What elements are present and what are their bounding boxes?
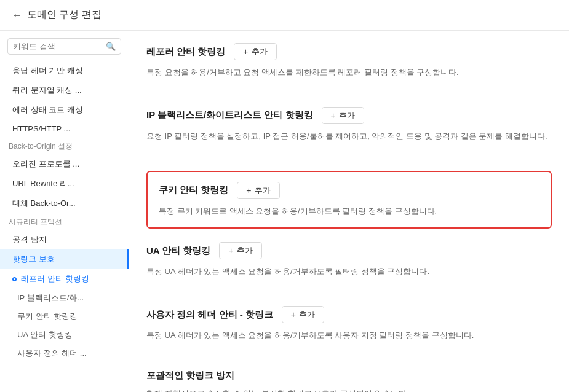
active-dot (12, 277, 17, 281)
back-button[interactable]: ← (12, 10, 22, 21)
sidebar-group-security: 시큐리티 프텍션 (0, 213, 129, 230)
search-icon: 🔍 (106, 42, 116, 51)
sidebar-group-back-to-origin: Back-to-Origin 설정 (0, 138, 129, 154)
search-box[interactable]: 🔍 (7, 38, 121, 55)
section-header-cookie: 쿠키 안티 핫링킹 + 추가 (159, 182, 539, 199)
sidebar: 🔍 응답 헤더 기반 캐싱 쿼리 문자열 캐싱 ... 에러 상태 코드 캐싱 … (0, 31, 129, 392)
section-referer-anti-hotlinking: 레포러 안티 핫링킹 + 추가 특정 요청을 허용/거부하고 요청 액세스를 제… (146, 43, 552, 93)
main-content: 레포러 안티 핫링킹 + 추가 특정 요청을 허용/거부하고 요청 액세스를 제… (129, 31, 569, 392)
section-desc-ip: 요청 IP 필터링 정책을 설정하고, IP 접근 허용/불허를 제어하고, 악… (146, 130, 552, 143)
plus-icon-ua: + (228, 246, 233, 256)
add-ip-label: 추가 (339, 110, 355, 121)
section-title-ip: IP 블랙리스트/화이트리스트 안티 핫링킹 (146, 109, 313, 121)
section-title-ua: UA 안티 핫링킹 (146, 245, 210, 257)
add-ua-button[interactable]: + 추가 (219, 242, 261, 259)
sidebar-item-error-status-cache[interactable]: 에러 상태 코드 캐싱 (0, 100, 129, 120)
sidebar-item-https-http[interactable]: HTTPS/HTTP ... (0, 120, 129, 138)
sidebar-item-origin-protocol[interactable]: 오리진 프로토콜 ... (0, 154, 129, 174)
section-custom-header: 사용자 정의 헤더 안티 - 핫링크 + 추가 특정 UA 헤더가 있는 액세스… (146, 306, 552, 356)
section-header-ua: UA 안티 핫링킹 + 추가 (146, 242, 552, 259)
plus-icon-cookie: + (246, 186, 251, 195)
add-ip-button[interactable]: + 추가 (322, 107, 364, 124)
section-title-comprehensive: 포괄적인 핫링크 방지 (146, 370, 234, 382)
section-ua-anti-hotlinking: UA 안티 핫링킹 + 추가 특정 UA 헤더가 있는 액세스 요청을 허용/거… (146, 242, 552, 292)
sidebar-item-custom-header[interactable]: 사용자 정의 헤더 ... (0, 344, 129, 363)
section-header-referer: 레포러 안티 핫링킹 + 추가 (146, 43, 552, 60)
sidebar-item-query-string-cache[interactable]: 쿼리 문자열 캐싱 ... (0, 80, 129, 100)
sidebar-item-ip-blacklist[interactable]: IP 블랙리스트/화... (0, 289, 129, 307)
section-desc-ua: 특정 UA 헤더가 있는 액세스 요청을 허용/거부하도록 필터링 정책을 구성… (146, 265, 552, 278)
add-cookie-button[interactable]: + 추가 (237, 182, 279, 199)
section-comprehensive-hotlink: 포괄적인 핫링크 방지 현재 자체적으로 수정할 수 없는 복잡한 핫링크 보호… (146, 370, 552, 392)
add-ua-label: 추가 (237, 245, 253, 256)
page-title: 도메인 구성 편집 (27, 9, 101, 22)
section-desc-referer: 특정 요청을 허용/거부하고 요청 액세스를 제한하도록 레포러 필터링 정책을… (146, 66, 552, 79)
plus-icon-referer: + (243, 47, 248, 57)
sidebar-item-hotlink-protection[interactable]: 핫링크 보호 (0, 249, 129, 269)
section-header-ip: IP 블랙리스트/화이트리스트 안티 핫링킹 + 추가 (146, 107, 552, 124)
add-referer-label: 추가 (252, 46, 268, 57)
section-cookie-anti-hotlinking: 쿠키 안티 핫링킹 + 추가 특정 쿠키 키워드로 액세스 요청을 허용/거부하… (146, 171, 552, 229)
search-input[interactable] (13, 42, 106, 51)
plus-icon-ip: + (331, 111, 336, 120)
sidebar-item-response-header-cache[interactable]: 응답 헤더 기반 캐싱 (0, 61, 129, 80)
section-title-referer: 레포러 안티 핫링킹 (146, 46, 225, 58)
section-title-custom: 사용자 정의 헤더 안티 - 핫링크 (146, 309, 273, 321)
section-ip-blacklist: IP 블랙리스트/화이트리스트 안티 핫링킹 + 추가 요청 IP 필터링 정책… (146, 107, 552, 157)
add-custom-button[interactable]: + 추가 (282, 306, 324, 323)
add-referer-button[interactable]: + 추가 (234, 43, 276, 60)
add-custom-label: 추가 (299, 309, 315, 320)
add-cookie-label: 추가 (255, 185, 271, 196)
section-desc-custom: 특정 UA 헤더가 있는 액세스 요청을 허용/거부하도록 사용자 지정 필터링… (146, 329, 552, 342)
section-desc-cookie: 특정 쿠키 키워드로 액세스 요청을 허용/거부하도록 필터링 정책을 구성합니… (159, 205, 539, 218)
sidebar-item-alt-back-to-origin[interactable]: 대체 Back-to-Or... (0, 194, 129, 213)
main-layout: 🔍 응답 헤더 기반 캐싱 쿼리 문자열 캐싱 ... 에러 상태 코드 캐싱 … (0, 31, 569, 392)
section-header-comprehensive: 포괄적인 핫링크 방지 (146, 370, 552, 382)
plus-icon-custom: + (291, 310, 296, 319)
sidebar-item-referer-anti-hotlinking[interactable]: 레포러 안티 핫링킹 (0, 269, 129, 289)
sidebar-item-cookie-anti-hotlinking[interactable]: 쿠키 안티 핫링킹 (0, 307, 129, 326)
page-header: ← 도메인 구성 편집 (0, 0, 569, 31)
sidebar-item-ua-anti-hotlinking[interactable]: UA 안티 핫링킹 (0, 326, 129, 344)
section-title-cookie: 쿠키 안티 핫링킹 (159, 184, 228, 196)
sidebar-item-url-rewrite[interactable]: URL Rewrite 리... (0, 174, 129, 194)
section-desc-comprehensive: 현재 자체적으로 수정할 수 없는 복잡한 핫링크 보호가 구성되어 있습니다. (146, 388, 552, 392)
sidebar-item-attack-detection[interactable]: 공격 탐지 (0, 230, 129, 249)
section-header-custom: 사용자 정의 헤더 안티 - 핫링크 + 추가 (146, 306, 552, 323)
